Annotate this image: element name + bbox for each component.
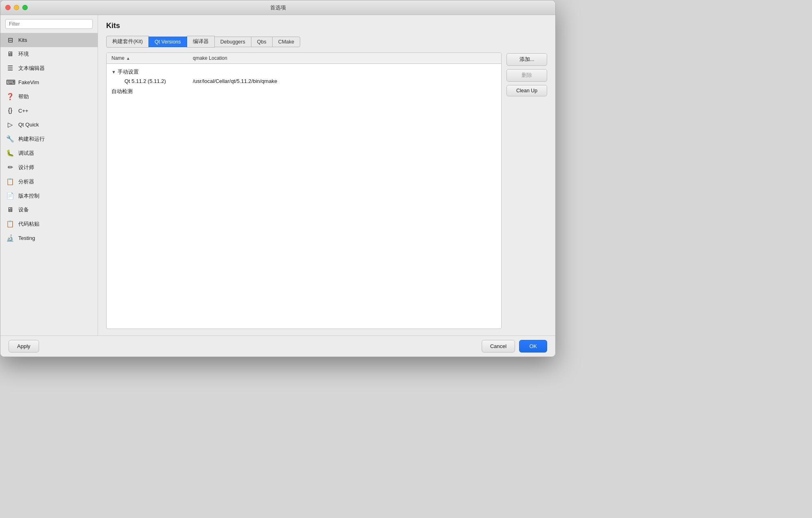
traffic-lights (5, 5, 28, 10)
page-title: Kits (106, 22, 547, 30)
tab-kits[interactable]: 构建套件(Kit) (106, 36, 149, 48)
bottom-bar: Apply Cancel OK (0, 335, 555, 357)
vcs-icon: 📄 (6, 192, 14, 200)
sidebar-list: ⊟ Kits 🖥 环境 ☰ 文本编辑器 ⌨ FakeVim ❓ 帮助 {} (0, 33, 98, 331)
sidebar-item-label-texteditor: 文本编辑器 (18, 65, 45, 72)
qt-versions-table: Name ▲ qmake Location ▼ 手动设置 Qt 5.11.2 (… (106, 52, 502, 329)
cancel-button[interactable]: Cancel (482, 340, 515, 353)
sidebar-item-texteditor[interactable]: ☰ 文本编辑器 (0, 61, 98, 75)
add-button[interactable]: 添加... (506, 53, 547, 66)
sidebar-item-label-debugger: 调试器 (18, 150, 34, 157)
designer-icon: ✏ (6, 163, 14, 171)
tab-cmake[interactable]: CMake (272, 37, 301, 47)
auto-detect-label: 自动检测 (111, 88, 133, 94)
maximize-button[interactable] (22, 5, 28, 10)
devices-icon: 🖥 (6, 206, 14, 213)
sidebar-item-qtquick[interactable]: ▷ Qt Quick (0, 118, 98, 132)
qt-version-path: /usr/local/Cellar/qt/5.11.2/bin/qmake (193, 78, 277, 84)
bottom-right: Cancel OK (482, 340, 547, 353)
manual-settings-label: 手动设置 (118, 68, 139, 76)
tab-compilers[interactable]: 编译器 (187, 36, 215, 48)
main-layout: ⊟ Kits 🖥 环境 ☰ 文本编辑器 ⌨ FakeVim ❓ 帮助 {} (0, 15, 555, 335)
texteditor-icon: ☰ (6, 64, 14, 72)
tab-qtversions[interactable]: Qt Versions (148, 37, 187, 47)
sidebar-item-cpp[interactable]: {} C++ (0, 104, 98, 118)
sidebar-item-debugger[interactable]: 🐛 调试器 (0, 146, 98, 160)
sidebar-item-label-devices: 设备 (18, 206, 29, 213)
sidebar-item-vcs[interactable]: 📄 版本控制 (0, 189, 98, 203)
sidebar-item-fakevim[interactable]: ⌨ FakeVim (0, 75, 98, 89)
help-icon: ❓ (6, 93, 14, 100)
manual-settings-row[interactable]: ▼ 手动设置 (111, 67, 496, 77)
close-button[interactable] (5, 5, 11, 10)
sidebar-item-label-cpp: C++ (18, 108, 28, 114)
environment-icon: 🖥 (6, 50, 14, 58)
sidebar-item-label-buildrun: 构建和运行 (18, 135, 45, 143)
minimize-button[interactable] (14, 5, 19, 10)
tree-toggle-icon[interactable]: ▼ (111, 70, 116, 74)
sidebar-item-codepaste[interactable]: 📋 代码粘贴 (0, 217, 98, 231)
sidebar-item-environment[interactable]: 🖥 环境 (0, 47, 98, 61)
sidebar-item-kits[interactable]: ⊟ Kits (0, 33, 98, 47)
cpp-icon: {} (6, 107, 14, 114)
analyzer-icon: 📋 (6, 178, 14, 185)
filter-input[interactable] (5, 19, 93, 29)
codepaste-icon: 📋 (6, 220, 14, 228)
sidebar-item-label-help: 帮助 (18, 93, 29, 100)
sidebar-item-label-environment: 环境 (18, 50, 29, 58)
sidebar-item-label-analyzer: 分析器 (18, 178, 34, 185)
sidebar-item-label-codepaste: 代码粘贴 (18, 220, 39, 228)
sidebar-item-label-kits: Kits (18, 37, 27, 43)
sort-arrow-icon: ▲ (126, 56, 130, 61)
cleanup-button[interactable]: Clean Up (506, 85, 547, 96)
sidebar-item-testing[interactable]: 🔬 Testing (0, 231, 98, 245)
qtquick-icon: ▷ (6, 121, 14, 128)
table-body: ▼ 手动设置 Qt 5.11.2 (5.11.2) /usr/local/Cel… (107, 64, 501, 329)
sidebar-item-label-fakevim: FakeVim (18, 79, 39, 85)
fakevim-icon: ⌨ (6, 78, 14, 86)
sidebar-item-label-vcs: 版本控制 (18, 192, 39, 200)
sidebar-item-buildrun[interactable]: 🔧 构建和运行 (0, 132, 98, 146)
sidebar-item-help[interactable]: ❓ 帮助 (0, 89, 98, 104)
window-title: 首选项 (270, 4, 286, 11)
sidebar-item-label-qtquick: Qt Quick (18, 122, 39, 128)
sidebar-item-analyzer[interactable]: 📋 分析器 (0, 174, 98, 189)
kits-icon: ⊟ (6, 36, 14, 44)
sidebar-item-designer[interactable]: ✏ 设计师 (0, 160, 98, 174)
sidebar-item-label-designer: 设计师 (18, 164, 34, 171)
sidebar: ⊟ Kits 🖥 环境 ☰ 文本编辑器 ⌨ FakeVim ❓ 帮助 {} (0, 15, 98, 335)
col-name-header: Name ▲ (111, 55, 193, 61)
tab-qbs[interactable]: Qbs (251, 37, 273, 47)
ok-button[interactable]: OK (519, 340, 547, 353)
sidebar-item-devices[interactable]: 🖥 设备 (0, 203, 98, 217)
delete-button[interactable]: 删除 (506, 69, 547, 82)
col-qmake-header: qmake Location (193, 55, 496, 61)
side-buttons: 添加... 删除 Clean Up (506, 52, 547, 329)
qt-version-row[interactable]: Qt 5.11.2 (5.11.2) /usr/local/Cellar/qt/… (111, 77, 496, 85)
titlebar: 首选项 (0, 0, 555, 15)
buildrun-icon: 🔧 (6, 135, 14, 143)
apply-button[interactable]: Apply (9, 340, 39, 353)
table-header: Name ▲ qmake Location (107, 53, 501, 64)
debugger-icon: 🐛 (6, 149, 14, 157)
bottom-left: Apply (9, 340, 39, 353)
qt-version-name: Qt 5.11.2 (5.11.2) (124, 78, 193, 84)
tab-debuggers[interactable]: Debuggers (214, 37, 251, 47)
auto-detect-row[interactable]: 自动检测 (111, 85, 496, 98)
tabs-bar: 构建套件(Kit) Qt Versions 编译器 Debuggers Qbs … (106, 36, 547, 48)
testing-icon: 🔬 (6, 234, 14, 242)
right-panel: Kits 构建套件(Kit) Qt Versions 编译器 Debuggers… (98, 15, 555, 335)
sidebar-item-label-testing: Testing (18, 235, 35, 241)
filter-wrap (0, 19, 98, 33)
content-area: Name ▲ qmake Location ▼ 手动设置 Qt 5.11.2 (… (106, 52, 547, 335)
